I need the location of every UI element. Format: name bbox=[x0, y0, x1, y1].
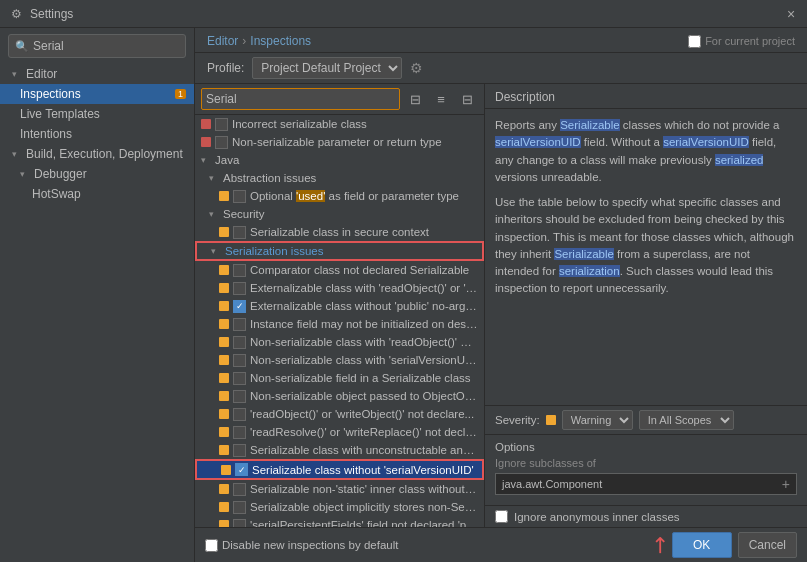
item-checkbox[interactable] bbox=[233, 282, 246, 295]
profile-select[interactable]: Project Default Project bbox=[252, 57, 402, 79]
item-checkbox[interactable] bbox=[233, 318, 246, 331]
inspection-tree: Incorrect serializable class Non-seriali… bbox=[195, 115, 484, 527]
item-label: Non-serializable class with 'serialVersi… bbox=[250, 354, 478, 366]
list-item-serial-secure[interactable]: Serializable class in secure context bbox=[195, 223, 484, 241]
severity-row: Severity: Warning In All Scopes bbox=[485, 405, 807, 434]
item-checkbox[interactable]: ✓ bbox=[233, 300, 246, 313]
expand-btn[interactable]: ≡ bbox=[430, 88, 452, 110]
left-search-box[interactable]: 🔍 bbox=[8, 34, 186, 58]
item-checkbox[interactable] bbox=[215, 118, 228, 131]
item-label: Serializable non-'static' inner class wi… bbox=[250, 483, 478, 495]
description-title: Description bbox=[485, 84, 807, 109]
item-checkbox[interactable] bbox=[233, 190, 246, 203]
item-checkbox[interactable] bbox=[233, 519, 246, 528]
debugger-arrow: ▾ bbox=[20, 169, 30, 179]
list-item[interactable]: Incorrect serializable class bbox=[195, 115, 484, 133]
severity-select[interactable]: Warning bbox=[562, 410, 633, 430]
ignore-anon-label: Ignore anonymous inner classes bbox=[514, 511, 680, 523]
list-item[interactable]: Serializable non-'static' inner class wi… bbox=[195, 480, 484, 498]
options-title: Options bbox=[495, 441, 797, 453]
item-label: Incorrect serializable class bbox=[232, 118, 478, 130]
item-checkbox[interactable] bbox=[233, 501, 246, 514]
disable-new-check: Disable new inspections by default bbox=[205, 539, 644, 552]
highlight-serializable: Serializable bbox=[560, 119, 619, 131]
tree-item-build[interactable]: ▾ Build, Execution, Deployment bbox=[0, 144, 194, 164]
highlight-svuid2: serialVersionUID bbox=[663, 136, 749, 148]
item-checkbox[interactable] bbox=[233, 390, 246, 403]
severity-dot-yellow bbox=[221, 465, 231, 475]
list-item[interactable]: Non-serializable class with 'readObject(… bbox=[195, 333, 484, 351]
search-icon: 🔍 bbox=[15, 40, 29, 53]
tree-item-intentions[interactable]: Intentions bbox=[0, 124, 194, 144]
inspection-search-input[interactable] bbox=[201, 88, 400, 110]
list-item-java[interactable]: ▾ Java bbox=[195, 151, 484, 169]
btn-row: ↙ OK Cancel bbox=[652, 532, 797, 558]
item-label: Non-serializable parameter or return typ… bbox=[232, 136, 478, 148]
item-checkbox[interactable] bbox=[233, 483, 246, 496]
severity-dot-yellow bbox=[219, 373, 229, 383]
item-checkbox[interactable] bbox=[233, 408, 246, 421]
current-project-checkbox[interactable] bbox=[688, 35, 701, 48]
list-item[interactable]: ✓ Externalizable class without 'public' … bbox=[195, 297, 484, 315]
item-checkbox[interactable] bbox=[233, 444, 246, 457]
desc-paragraph-1: Reports any Serializable classes which d… bbox=[495, 117, 797, 186]
editor-arrow: ▾ bbox=[12, 69, 22, 79]
inspections-badge: 1 bbox=[175, 89, 186, 99]
item-checkbox[interactable]: ✓ bbox=[235, 463, 248, 476]
scope-select[interactable]: In All Scopes bbox=[639, 410, 734, 430]
list-item[interactable]: Instance field may not be initialized on… bbox=[195, 315, 484, 333]
list-item[interactable]: 'readObject()' or 'writeObject()' not de… bbox=[195, 405, 484, 423]
list-item[interactable]: 'serialPersistentFields' field not decla… bbox=[195, 516, 484, 527]
tree-item-debugger[interactable]: ▾ Debugger bbox=[0, 164, 194, 184]
collapse-btn[interactable]: ⊟ bbox=[456, 88, 478, 110]
tree-item-hotswap[interactable]: HotSwap bbox=[0, 184, 194, 204]
gear-icon[interactable]: ⚙ bbox=[410, 60, 423, 76]
tree-item-debugger-label: Debugger bbox=[34, 167, 87, 181]
item-checkbox[interactable] bbox=[233, 372, 246, 385]
severity-dot-yellow bbox=[219, 484, 229, 494]
list-item-optional[interactable]: Optional 'used' as field or parameter ty… bbox=[195, 187, 484, 205]
list-item[interactable]: Non-serializable parameter or return typ… bbox=[195, 133, 484, 151]
item-checkbox[interactable] bbox=[233, 354, 246, 367]
filter-btn[interactable]: ⊟ bbox=[404, 88, 426, 110]
list-item[interactable]: Externalizable class with 'readObject()'… bbox=[195, 279, 484, 297]
list-item-serial-without-uid[interactable]: ✓ Serializable class without 'serialVers… bbox=[195, 459, 484, 480]
close-button[interactable]: × bbox=[783, 6, 799, 22]
highlight-serializable2: Serializable bbox=[554, 248, 613, 260]
list-item[interactable]: Non-serializable field in a Serializable… bbox=[195, 369, 484, 387]
ok-button[interactable]: OK bbox=[672, 532, 732, 558]
java-component-value: java.awt.Component bbox=[502, 478, 602, 490]
breadcrumb-sep: › bbox=[242, 34, 246, 48]
list-item[interactable]: Non-serializable object passed to Object… bbox=[195, 387, 484, 405]
java-arrow: ▾ bbox=[201, 155, 211, 165]
list-item[interactable]: Comparator class not declared Serializab… bbox=[195, 261, 484, 279]
item-checkbox[interactable] bbox=[233, 426, 246, 439]
list-item[interactable]: Serializable object implicitly stores no… bbox=[195, 498, 484, 516]
tree-item-editor-label: Editor bbox=[26, 67, 57, 81]
split-area: ⊟ ≡ ⊟ Incorrect serializable class bbox=[195, 84, 807, 527]
main-content: 🔍 ▾ Editor Inspections 1 Live Templates … bbox=[0, 28, 807, 562]
item-checkbox[interactable] bbox=[233, 264, 246, 277]
item-checkbox[interactable] bbox=[233, 336, 246, 349]
severity-dot-yellow bbox=[219, 265, 229, 275]
tree-item-editor[interactable]: ▾ Editor bbox=[0, 64, 194, 84]
list-item[interactable]: Non-serializable class with 'serialVersi… bbox=[195, 351, 484, 369]
right-header: Editor › Inspections For current project bbox=[195, 28, 807, 53]
item-checkbox[interactable] bbox=[233, 226, 246, 239]
item-label: Java bbox=[215, 154, 478, 166]
left-search-input[interactable] bbox=[33, 39, 179, 53]
add-component-btn[interactable]: + bbox=[782, 476, 790, 492]
breadcrumb-editor: Editor bbox=[207, 34, 238, 48]
tree-item-live-templates[interactable]: Live Templates bbox=[0, 104, 194, 124]
list-item[interactable]: 'readResolve()' or 'writeReplace()' not … bbox=[195, 423, 484, 441]
list-item-abstraction[interactable]: ▾ Abstraction issues bbox=[195, 169, 484, 187]
list-item-security[interactable]: ▾ Security bbox=[195, 205, 484, 223]
disable-new-checkbox[interactable] bbox=[205, 539, 218, 552]
list-item-serialization-issues[interactable]: ▾ Serialization issues bbox=[195, 241, 484, 261]
current-project-check[interactable]: For current project bbox=[688, 35, 795, 48]
ignore-anon-checkbox[interactable] bbox=[495, 510, 508, 523]
tree-item-inspections[interactable]: Inspections 1 bbox=[0, 84, 194, 104]
cancel-button[interactable]: Cancel bbox=[738, 532, 797, 558]
item-checkbox[interactable] bbox=[215, 136, 228, 149]
list-item[interactable]: Serializable class with unconstructable … bbox=[195, 441, 484, 459]
